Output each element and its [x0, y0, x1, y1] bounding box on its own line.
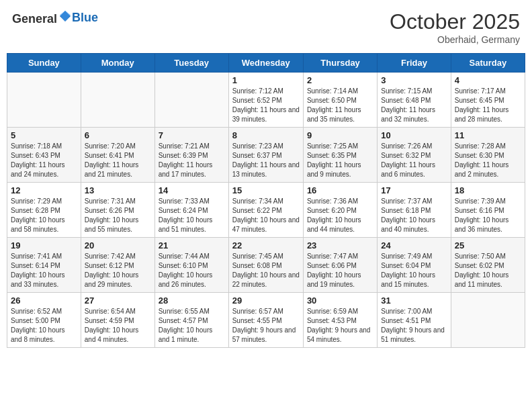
day-info: Sunrise: 7:26 AM Sunset: 6:32 PM Dayligh… — [381, 142, 447, 179]
day-number: 13 — [85, 185, 151, 195]
day-number: 22 — [232, 240, 300, 250]
day-number: 24 — [381, 240, 447, 250]
calendar-cell: 14Sunrise: 7:33 AM Sunset: 6:24 PM Dayli… — [154, 183, 228, 238]
logo-general: General — [12, 12, 57, 26]
calendar-cell: 25Sunrise: 7:50 AM Sunset: 6:02 PM Dayli… — [451, 238, 525, 293]
calendar-cell: 1Sunrise: 7:12 AM Sunset: 6:52 PM Daylig… — [228, 73, 303, 128]
calendar-cell: 30Sunrise: 6:59 AM Sunset: 4:53 PM Dayli… — [303, 293, 377, 348]
col-header-thursday: Thursday — [303, 54, 377, 73]
day-number: 16 — [307, 185, 373, 195]
day-number: 18 — [455, 185, 521, 195]
calendar-cell: 4Sunrise: 7:17 AM Sunset: 6:45 PM Daylig… — [451, 73, 525, 128]
day-info: Sunrise: 7:50 AM Sunset: 6:02 PM Dayligh… — [455, 252, 521, 289]
day-info: Sunrise: 7:12 AM Sunset: 6:52 PM Dayligh… — [232, 87, 300, 124]
calendar-cell — [451, 293, 525, 348]
page-header: General Blue October 2025 Oberhaid, Germ… — [7, 7, 525, 48]
calendar-cell: 24Sunrise: 7:49 AM Sunset: 6:04 PM Dayli… — [378, 238, 451, 293]
day-info: Sunrise: 6:55 AM Sunset: 4:57 PM Dayligh… — [159, 307, 225, 345]
calendar-cell: 2Sunrise: 7:14 AM Sunset: 6:50 PM Daylig… — [303, 73, 377, 128]
calendar-cell — [7, 73, 81, 128]
day-info: Sunrise: 7:45 AM Sunset: 6:08 PM Dayligh… — [232, 252, 300, 289]
calendar-cell: 9Sunrise: 7:25 AM Sunset: 6:35 PM Daylig… — [303, 128, 377, 183]
day-info: Sunrise: 7:00 AM Sunset: 4:51 PM Dayligh… — [381, 307, 447, 345]
col-header-tuesday: Tuesday — [154, 54, 228, 73]
day-number: 27 — [85, 295, 151, 306]
day-number: 25 — [455, 240, 521, 250]
day-number: 10 — [381, 130, 447, 140]
calendar-week-row: 1Sunrise: 7:12 AM Sunset: 6:52 PM Daylig… — [7, 73, 525, 128]
day-info: Sunrise: 7:36 AM Sunset: 6:20 PM Dayligh… — [307, 197, 373, 234]
day-number: 12 — [11, 185, 77, 195]
calendar-cell: 17Sunrise: 7:37 AM Sunset: 6:18 PM Dayli… — [378, 183, 451, 238]
calendar-cell: 19Sunrise: 7:41 AM Sunset: 6:14 PM Dayli… — [7, 238, 81, 293]
calendar-cell: 26Sunrise: 6:52 AM Sunset: 5:00 PM Dayli… — [7, 293, 81, 348]
day-info: Sunrise: 7:21 AM Sunset: 6:39 PM Dayligh… — [159, 142, 225, 179]
day-info: Sunrise: 7:33 AM Sunset: 6:24 PM Dayligh… — [159, 197, 225, 234]
logo: General Blue — [12, 9, 98, 26]
day-number: 29 — [232, 295, 300, 306]
calendar-week-row: 19Sunrise: 7:41 AM Sunset: 6:14 PM Dayli… — [7, 238, 525, 293]
calendar-title: October 2025 — [390, 9, 520, 34]
calendar-cell — [81, 73, 154, 128]
calendar-cell: 23Sunrise: 7:47 AM Sunset: 6:06 PM Dayli… — [303, 238, 377, 293]
calendar-cell: 22Sunrise: 7:45 AM Sunset: 6:08 PM Dayli… — [228, 238, 303, 293]
day-number: 17 — [381, 185, 447, 195]
logo-icon — [58, 9, 72, 23]
day-number: 15 — [232, 185, 300, 195]
day-info: Sunrise: 7:25 AM Sunset: 6:35 PM Dayligh… — [307, 142, 373, 179]
day-number: 9 — [307, 130, 373, 140]
day-info: Sunrise: 6:52 AM Sunset: 5:00 PM Dayligh… — [11, 307, 77, 345]
day-number: 8 — [232, 130, 300, 140]
day-info: Sunrise: 7:37 AM Sunset: 6:18 PM Dayligh… — [381, 197, 447, 234]
col-header-wednesday: Wednesday — [228, 54, 303, 73]
calendar-cell: 12Sunrise: 7:29 AM Sunset: 6:28 PM Dayli… — [7, 183, 81, 238]
day-info: Sunrise: 7:17 AM Sunset: 6:45 PM Dayligh… — [455, 87, 521, 124]
day-number: 2 — [307, 75, 373, 85]
day-info: Sunrise: 7:29 AM Sunset: 6:28 PM Dayligh… — [11, 197, 77, 234]
calendar-cell: 11Sunrise: 7:28 AM Sunset: 6:30 PM Dayli… — [451, 128, 525, 183]
calendar-cell: 27Sunrise: 6:54 AM Sunset: 4:59 PM Dayli… — [81, 293, 154, 348]
col-header-saturday: Saturday — [451, 54, 525, 73]
day-info: Sunrise: 7:47 AM Sunset: 6:06 PM Dayligh… — [307, 252, 373, 289]
calendar-cell: 21Sunrise: 7:44 AM Sunset: 6:10 PM Dayli… — [154, 238, 228, 293]
day-number: 4 — [455, 75, 521, 85]
calendar-table: SundayMondayTuesdayWednesdayThursdayFrid… — [7, 53, 525, 348]
day-number: 20 — [85, 240, 151, 250]
day-number: 21 — [159, 240, 225, 250]
calendar-cell: 13Sunrise: 7:31 AM Sunset: 6:26 PM Dayli… — [81, 183, 154, 238]
day-info: Sunrise: 7:28 AM Sunset: 6:30 PM Dayligh… — [455, 142, 521, 179]
day-info: Sunrise: 7:18 AM Sunset: 6:43 PM Dayligh… — [11, 142, 77, 179]
day-info: Sunrise: 7:41 AM Sunset: 6:14 PM Dayligh… — [11, 252, 77, 289]
calendar-cell: 6Sunrise: 7:20 AM Sunset: 6:41 PM Daylig… — [81, 128, 154, 183]
calendar-cell: 8Sunrise: 7:23 AM Sunset: 6:37 PM Daylig… — [228, 128, 303, 183]
day-info: Sunrise: 6:57 AM Sunset: 4:55 PM Dayligh… — [232, 307, 300, 345]
calendar-cell: 29Sunrise: 6:57 AM Sunset: 4:55 PM Dayli… — [228, 293, 303, 348]
calendar-cell: 10Sunrise: 7:26 AM Sunset: 6:32 PM Dayli… — [378, 128, 451, 183]
day-number: 26 — [11, 295, 77, 306]
day-number: 30 — [307, 295, 373, 306]
day-info: Sunrise: 6:59 AM Sunset: 4:53 PM Dayligh… — [307, 307, 373, 345]
calendar-cell: 31Sunrise: 7:00 AM Sunset: 4:51 PM Dayli… — [378, 293, 451, 348]
calendar-subtitle: Oberhaid, Germany — [390, 34, 520, 45]
calendar-header-row: SundayMondayTuesdayWednesdayThursdayFrid… — [7, 54, 525, 73]
day-info: Sunrise: 7:14 AM Sunset: 6:50 PM Dayligh… — [307, 87, 373, 124]
day-number: 19 — [11, 240, 77, 250]
day-number: 5 — [11, 130, 77, 140]
day-number: 6 — [85, 130, 151, 140]
day-info: Sunrise: 7:34 AM Sunset: 6:22 PM Dayligh… — [232, 197, 300, 234]
title-block: October 2025 Oberhaid, Germany — [390, 9, 520, 45]
logo-blue: Blue — [72, 11, 98, 24]
day-info: Sunrise: 7:23 AM Sunset: 6:37 PM Dayligh… — [232, 142, 300, 179]
day-number: 23 — [307, 240, 373, 250]
day-number: 31 — [381, 295, 447, 306]
calendar-week-row: 5Sunrise: 7:18 AM Sunset: 6:43 PM Daylig… — [7, 128, 525, 183]
day-info: Sunrise: 7:15 AM Sunset: 6:48 PM Dayligh… — [381, 87, 447, 124]
calendar-week-row: 26Sunrise: 6:52 AM Sunset: 5:00 PM Dayli… — [7, 293, 525, 348]
calendar-cell: 7Sunrise: 7:21 AM Sunset: 6:39 PM Daylig… — [154, 128, 228, 183]
day-info: Sunrise: 7:20 AM Sunset: 6:41 PM Dayligh… — [85, 142, 151, 179]
calendar-cell: 16Sunrise: 7:36 AM Sunset: 6:20 PM Dayli… — [303, 183, 377, 238]
day-number: 28 — [159, 295, 225, 306]
calendar-cell: 3Sunrise: 7:15 AM Sunset: 6:48 PM Daylig… — [378, 73, 451, 128]
day-info: Sunrise: 7:49 AM Sunset: 6:04 PM Dayligh… — [381, 252, 447, 289]
calendar-cell: 28Sunrise: 6:55 AM Sunset: 4:57 PM Dayli… — [154, 293, 228, 348]
